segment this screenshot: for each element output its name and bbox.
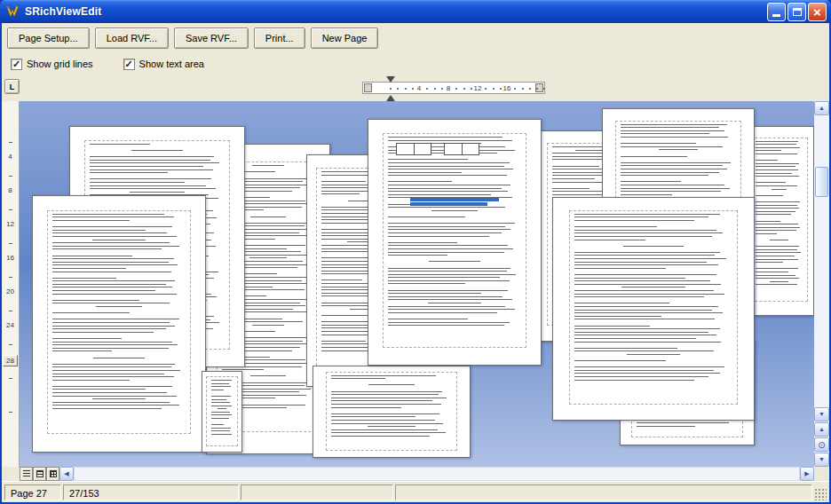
text-line	[388, 229, 511, 230]
close-button[interactable]: ×	[808, 3, 827, 21]
text-line	[331, 375, 436, 376]
scroll-down-button[interactable]: ▼	[814, 407, 829, 421]
ruler-tick	[9, 378, 12, 379]
view-mode-normal-button[interactable]	[20, 467, 33, 481]
document-page[interactable]	[202, 371, 242, 453]
save-rvf-button[interactable]: Save RVF...	[174, 28, 249, 49]
right-arrow-icon: ▶	[804, 470, 809, 476]
horizontal-ruler[interactable]: 481216	[362, 82, 545, 94]
text-line	[52, 242, 170, 243]
text-line	[621, 153, 737, 154]
text-line	[388, 277, 501, 278]
text-line	[388, 188, 502, 189]
document-page[interactable]	[32, 195, 206, 453]
ruler-corner-button[interactable]: L	[4, 79, 20, 94]
text-line	[90, 182, 185, 183]
scroll-up-button[interactable]: ▲	[814, 101, 829, 115]
document-page-active[interactable]	[368, 119, 542, 366]
resize-grip[interactable]	[814, 488, 827, 500]
text-line	[52, 364, 176, 365]
text-line	[574, 322, 732, 323]
document-canvas[interactable]	[20, 101, 814, 467]
page-view-icon	[36, 470, 44, 477]
vertical-scrollbar[interactable]: ▲ ▼ ▲ ⊙ ▼	[814, 101, 829, 467]
title-bar[interactable]: SRichViewEdit ×	[0, 0, 831, 23]
print-button[interactable]: Print...	[254, 28, 305, 49]
scroll-right-button[interactable]: ▶	[800, 467, 814, 481]
text-line	[321, 223, 370, 224]
select-browse-object-button[interactable]: ⊙	[814, 437, 829, 452]
text-line	[756, 243, 803, 244]
ruler-tick	[390, 88, 392, 90]
next-page-button[interactable]: ▼	[814, 453, 829, 467]
text-line	[574, 370, 714, 371]
text-line	[321, 280, 362, 280]
vertical-scroll-track[interactable]	[814, 115, 829, 407]
text-line	[52, 382, 186, 383]
text-line	[252, 325, 283, 326]
text-line	[388, 319, 469, 319]
text-line	[52, 284, 166, 285]
ruler-tick	[9, 412, 12, 413]
view-mode-page-button[interactable]	[33, 467, 46, 481]
text-line	[388, 220, 522, 221]
text-line	[574, 224, 732, 224]
text-line	[388, 296, 503, 297]
text-line	[52, 256, 133, 256]
scroll-left-button[interactable]: ◀	[59, 467, 74, 481]
new-page-button[interactable]: New Page	[311, 28, 379, 49]
ruler-left-marker[interactable]	[364, 83, 372, 92]
load-rvf-button[interactable]: Load RVF...	[95, 28, 169, 49]
show-text-area-checkbox[interactable]: ✓	[123, 59, 135, 70]
page-setup-button[interactable]: Page Setup...	[7, 28, 90, 49]
text-line	[388, 226, 506, 227]
text-line	[756, 272, 788, 272]
text-line	[756, 141, 798, 142]
text-line	[637, 426, 695, 427]
horizontal-scroll-track[interactable]	[74, 467, 800, 481]
show-grid-lines-checkbox[interactable]: ✓	[11, 59, 22, 70]
previous-page-button[interactable]: ▲	[814, 422, 829, 437]
status-panel	[395, 484, 812, 500]
text-line	[756, 157, 803, 158]
text-line	[52, 392, 168, 393]
text-line	[756, 198, 803, 199]
text-line	[574, 294, 724, 295]
text-line	[368, 384, 415, 385]
up-arrow-icon: ▲	[819, 105, 825, 111]
ruler-number: 4	[417, 84, 421, 92]
text-line	[52, 408, 162, 409]
text-line	[250, 217, 285, 217]
text-line	[388, 159, 469, 160]
text-line	[574, 240, 645, 240]
text-line	[90, 176, 226, 177]
text-line	[574, 300, 732, 301]
ruler-tick	[405, 88, 407, 90]
text-line	[756, 205, 796, 206]
minimize-button[interactable]	[767, 3, 786, 21]
maximize-button[interactable]	[787, 3, 806, 21]
text-line	[621, 287, 685, 287]
text-line	[574, 242, 732, 243]
text-line	[756, 262, 783, 263]
text-line	[621, 178, 737, 179]
document-page[interactable]	[313, 366, 471, 458]
text-line	[52, 316, 186, 317]
vertical-ruler[interactable]: 481216202428	[2, 101, 20, 467]
text-line	[52, 310, 186, 311]
text-line	[252, 165, 283, 166]
text-line	[428, 303, 481, 303]
show-grid-lines-option[interactable]: ✓ Show grid lines	[11, 59, 93, 70]
text-line	[321, 315, 370, 316]
show-text-area-option[interactable]: ✓ Show text area	[123, 59, 204, 70]
ruler-tick	[485, 88, 487, 90]
view-mode-layout-button[interactable]	[46, 467, 59, 481]
horizontal-scrollbar-row: ◀ ▶	[2, 467, 829, 481]
text-line	[574, 217, 708, 217]
text-line	[756, 166, 795, 167]
vertical-scroll-thumb[interactable]	[815, 167, 828, 197]
text-line	[211, 399, 226, 400]
document-page[interactable]	[552, 197, 755, 421]
text-line	[52, 262, 169, 263]
text-line	[130, 192, 184, 193]
